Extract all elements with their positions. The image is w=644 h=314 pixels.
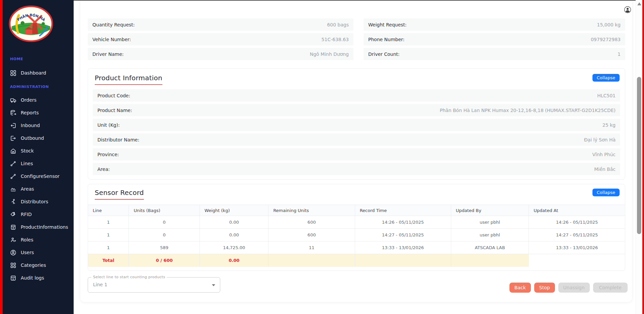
sidebar-item-dashboard[interactable]: Dashboard [3, 67, 74, 79]
cell: ATSCADA LAB [451, 241, 529, 254]
orders-truck-icon [10, 97, 16, 103]
field-row-driver-name: Driver Name: Ngô Minh Dương [88, 48, 353, 60]
sidebar-item-label: Roles [21, 237, 33, 242]
back-button[interactable]: Back [509, 283, 531, 293]
cell: 14:27 - 05/11/2025 [355, 229, 451, 241]
field-row-distributor-name: Distributor Name: Đại lý Sơn Hà [93, 133, 620, 146]
field-label: Vehicle Number: [92, 37, 131, 42]
field-label: Unit (Kg): [97, 122, 120, 128]
field-value: Ngô Minh Dương [310, 51, 349, 57]
sidebar-item-inbound[interactable]: Inbound [3, 119, 74, 132]
complete-button[interactable]: Complete [593, 283, 628, 293]
table-row: 1 589 14,725.00 11 13:33 - 13/01/2026 AT… [88, 241, 625, 254]
sidebar-item-reports[interactable]: Reports [3, 106, 74, 119]
table-row: 1 0 0.00 600 14:27 - 05/11/2025 user pbh… [88, 229, 625, 241]
sidebar-item-areas[interactable]: Areas [3, 183, 74, 195]
sidebar-item-label: Areas [21, 186, 34, 192]
cell: 13:33 - 13/01/2026 [529, 241, 625, 254]
stop-button[interactable]: Stop [534, 283, 555, 293]
footer-actions: Back Stop Unassign Complete [509, 283, 628, 293]
field-row-province: Province: Vĩnh Phúc [93, 148, 620, 161]
unassign-button[interactable]: Unassign [558, 283, 590, 293]
column-header: Remaining Units [268, 205, 355, 216]
field-row-vehicle-number: Vehicle Number: 51C-638.63 [88, 33, 353, 45]
sidebar-item-audit-logs[interactable]: Audit logs [3, 272, 74, 284]
sidebar-item-lines[interactable]: Lines [3, 157, 74, 170]
dashboard-grid-icon [10, 70, 16, 76]
sidebar-item-outbound[interactable]: Outbound [3, 132, 74, 144]
cell: 13:33 - 13/01/2026 [355, 241, 451, 254]
field-value: HLC501 [597, 93, 616, 98]
field-label: Driver Name: [92, 51, 124, 57]
sidebar-item-label: Outbound [21, 135, 44, 141]
field-value: 15,000 kg [597, 22, 621, 27]
window-edge-left [0, 0, 3, 314]
sensor-record-card: Sensor Record Collapse Line Units (Bags)… [88, 184, 625, 271]
field-label: Product Code: [97, 93, 130, 98]
sidebar-item-orders[interactable]: Orders [3, 94, 74, 106]
sidebar-item-label: Distributors [21, 199, 48, 204]
outbound-icon [10, 135, 16, 141]
field-value: 0979272983 [591, 37, 621, 42]
line-select-label: Select line to start counting products [91, 275, 167, 279]
field-value: Phân Bón Hà Lan NPK Humax 20-12,16-8,18 … [440, 108, 616, 113]
total-weight: 0.00 [200, 254, 268, 267]
field-value: Miền Bắc [594, 167, 616, 172]
cell [268, 254, 355, 267]
sidebar-item-stock[interactable]: Stock [3, 144, 74, 157]
field-label: Province: [97, 152, 119, 157]
roles-icon [10, 237, 16, 243]
product-informations-icon [10, 224, 16, 230]
cell: 1 [88, 229, 129, 241]
sidebar-item-distributors[interactable]: Distributors [3, 195, 74, 208]
sidebar-item-rfid[interactable]: RFID [3, 208, 74, 221]
column-header: Line [88, 205, 129, 216]
cell: 1 [88, 241, 129, 254]
sidebar-item-categories[interactable]: Categories [3, 259, 74, 272]
field-row-phone-number: Phone Number: 0979272983 [364, 33, 625, 45]
field-value: Đại lý Sơn Hà [584, 137, 616, 142]
cell: 14:27 - 05/11/2025 [529, 229, 625, 241]
reports-database-icon [10, 110, 16, 116]
table-total-row: Total 0 / 600 0.00 [88, 254, 625, 267]
sidebar-item-label: Audit logs [21, 275, 44, 281]
scrollbar-thumb[interactable] [637, 77, 641, 234]
sidebar-item-label: Orders [21, 97, 36, 103]
line-select[interactable]: Select line to start counting products L… [88, 277, 220, 293]
column-header: Record Time [355, 205, 451, 216]
line-select-value: Line 1 [93, 282, 107, 287]
sidebar-section-administration: ADMINISTRATION [10, 85, 74, 89]
categories-grid-icon [10, 262, 16, 269]
field-row-driver-count: Driver Count: 1 [364, 48, 625, 60]
vertical-scrollbar[interactable] [636, 0, 642, 314]
field-row-product-name: Product Name: Phân Bón Hà Lan NPK Humax … [93, 104, 620, 116]
field-row-quantity-request: Quantity Request: 600 bags [88, 18, 353, 31]
field-value: 25 kg [602, 122, 616, 128]
sidebar-item-product-informations[interactable]: ProductInformations [3, 221, 74, 233]
sidebar-item-label: Users [21, 250, 34, 255]
cell: 600 [268, 229, 355, 241]
user-avatar-icon[interactable] [624, 6, 632, 14]
sidebar-item-users[interactable]: Users [3, 246, 74, 259]
product-collapse-button[interactable]: Collapse [592, 74, 620, 82]
cell: 600 [268, 216, 355, 229]
sensor-record-table: Line Units (Bags) Weight (kg) Remaining … [88, 205, 625, 267]
cell: 14:26 - 05/11/2025 [355, 216, 451, 229]
sidebar-item-label: Categories [21, 263, 46, 268]
field-label: Distributor Name: [97, 137, 139, 142]
scrollbar-up-arrow-icon[interactable] [637, 2, 641, 5]
sidebar-item-roles[interactable]: Roles [3, 233, 74, 246]
field-label: Weight Request: [368, 22, 407, 27]
cell: 1 [88, 216, 129, 229]
inbound-icon [10, 122, 16, 129]
chevron-down-icon [212, 284, 215, 286]
cell: 14,725.00 [200, 241, 268, 254]
column-header: Weight (kg) [200, 205, 268, 216]
product-information-card: Product Information Collapse Product Cod… [88, 68, 625, 180]
sensor-collapse-button[interactable]: Collapse [592, 189, 620, 196]
cell: user pbhl [451, 216, 529, 229]
cell: 0 [129, 216, 200, 229]
sidebar-item-configure-sensor[interactable]: ConfigureSensor [3, 170, 74, 183]
cell: user pbhl [451, 229, 529, 241]
sensor-record-title: Sensor Record [95, 189, 144, 200]
